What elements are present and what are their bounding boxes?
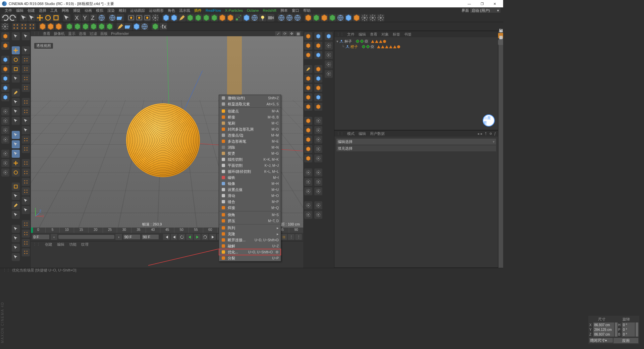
menu-插件[interactable]: 插件 [192, 8, 204, 13]
tool-cube-icon[interactable] [133, 23, 140, 30]
attr-row-edit-selection[interactable]: 编辑选择 ▾ [336, 139, 496, 145]
tool-cubeG-icon[interactable] [329, 14, 336, 21]
tool-cubeG-icon[interactable] [186, 14, 194, 21]
loop-icon[interactable] [202, 234, 208, 240]
step-back-icon[interactable] [171, 234, 177, 240]
tool-redo-icon[interactable] [9, 14, 17, 21]
menu-渲染[interactable]: 渲染 [105, 8, 117, 13]
menu-Redshift[interactable]: Redshift [261, 8, 278, 12]
rp1-btn-17[interactable] [304, 211, 312, 219]
lp2-btn-13[interactable] [12, 168, 20, 177]
tool-spray-icon[interactable] [235, 14, 242, 21]
lp3-btn-12[interactable] [22, 159, 30, 167]
ctx-magnet[interactable]: 磁铁 M~I [219, 174, 281, 181]
tool-globe-icon[interactable] [98, 14, 105, 21]
menu-Octane[interactable]: Octane [245, 8, 261, 12]
lp1-btn-7[interactable] [1, 107, 9, 115]
rp2-btn-11[interactable] [314, 145, 322, 153]
menu-捕捉[interactable]: 捕捉 [71, 8, 83, 13]
menu-RealFlow[interactable]: RealFlow [204, 8, 223, 12]
obj-tab-编辑[interactable]: 编辑 [359, 32, 366, 36]
lp2-btn-21[interactable] [12, 253, 20, 261]
tool-cubeG-icon[interactable] [66, 23, 73, 30]
start-frame-input[interactable]: 0 F [32, 234, 50, 240]
phong-tag-icon[interactable] [393, 45, 396, 48]
lp3-btn-2[interactable] [22, 56, 30, 64]
tool-dots-icon[interactable] [28, 23, 36, 30]
vis-render-dot[interactable] [366, 45, 370, 48]
rp1-btn-11[interactable] [304, 145, 312, 153]
tool-cubeG-icon[interactable] [106, 23, 113, 30]
menu-窗口[interactable]: 窗口 [290, 8, 301, 13]
rp3-btn-3[interactable] [325, 60, 333, 68]
end-frame-input[interactable]: 90 F [142, 234, 159, 240]
lp2-btn-1[interactable] [12, 46, 20, 54]
tool-cubeG-icon[interactable] [98, 23, 105, 30]
ctx-point[interactable]: 创建点 M~A [219, 108, 281, 114]
ctx-connect[interactable]: 连接点/边 M~M [219, 132, 281, 138]
ctx-extrude[interactable]: 挤压 M~T, D [219, 218, 281, 224]
menu-角色[interactable]: 角色 [166, 8, 177, 13]
lp3-btn-1[interactable] [22, 46, 30, 54]
menu-选择[interactable]: 选择 [37, 8, 48, 13]
rp1-btn-9[interactable] [304, 126, 312, 134]
tool-dots-icon[interactable] [20, 23, 28, 30]
attr-nav-up-icon[interactable]: ⭱ [484, 132, 488, 136]
attr-lock-icon[interactable]: ⭘ [489, 132, 493, 136]
tool-gear-icon[interactable] [1, 23, 9, 30]
tool-gear-icon[interactable] [152, 14, 159, 21]
tool-globe-icon[interactable] [294, 14, 301, 21]
enable-check[interactable] [365, 40, 368, 43]
maximize-button[interactable]: ❐ [476, 0, 488, 7]
range-prev-icon[interactable]: ‹ [51, 234, 57, 240]
tool-cubeO-icon[interactable] [47, 23, 54, 30]
rp2-btn-16[interactable] [314, 201, 322, 209]
include-loop-icon[interactable] [178, 234, 185, 240]
lp3-btn-8[interactable] [22, 117, 30, 125]
tool-render-icon[interactable] [144, 14, 151, 21]
ctx-close[interactable]: 封闭多边形孔洞 M~D [219, 126, 281, 132]
ctx-optimize[interactable]: 优化... U~O, U~Shift+O⚙ [219, 249, 281, 255]
attr-func-icon[interactable]: ƒ [494, 132, 496, 136]
lp3-btn-17[interactable] [22, 206, 30, 214]
close-button[interactable]: ✕ [488, 0, 501, 7]
rp3-btn-0[interactable] [325, 32, 333, 40]
lp1-btn-1[interactable] [1, 42, 9, 50]
lp3-btn-0[interactable] [22, 32, 30, 40]
phong-tag-icon[interactable] [385, 45, 388, 48]
obj-tab-书签[interactable]: 书签 [404, 32, 412, 36]
key-opt1-icon[interactable]: ⋮ [288, 234, 294, 240]
menu-创建[interactable]: 创建 [25, 8, 37, 13]
ctx-iron[interactable]: 熨烫 M~G [219, 150, 281, 156]
tool-gear-icon[interactable] [369, 14, 376, 21]
tool-move-icon[interactable] [36, 14, 44, 21]
rp2-btn-17[interactable] [314, 211, 322, 219]
tool-cube-icon[interactable] [243, 14, 250, 21]
phong-tag-icon[interactable] [389, 45, 392, 48]
tool-pen-icon[interactable] [117, 23, 124, 30]
rp2-btn-1[interactable] [314, 42, 322, 50]
rp2-btn-10[interactable] [314, 136, 322, 144]
key-pla-icon[interactable] [280, 234, 287, 240]
tool-rot-icon[interactable] [44, 14, 52, 21]
attr-tab-编辑[interactable]: 编辑 [359, 132, 366, 136]
ctx-frame[interactable]: 框显选取元素 Alt+S, S [219, 101, 281, 107]
lp2-btn-12[interactable] [12, 159, 20, 167]
menu-编辑[interactable]: 编辑 [14, 8, 25, 13]
tree-row-杯子[interactable]: ▾ 杯子 [336, 39, 496, 44]
tool-globe-icon[interactable] [337, 14, 344, 21]
menu-雕刻[interactable]: 雕刻 [117, 8, 128, 13]
timeline-slider[interactable] [58, 235, 114, 239]
minimize-button[interactable]: — [463, 0, 476, 7]
lp2-btn-19[interactable] [12, 234, 20, 242]
lp1-btn-6[interactable] [1, 93, 9, 101]
tool-select-icon[interactable] [63, 14, 70, 21]
tool-dots-icon[interactable] [12, 23, 19, 30]
sel-tag-icon[interactable] [397, 45, 400, 48]
layout-select[interactable]: 启动 (用户)▾ [470, 8, 500, 13]
ctx-clone[interactable]: 克隆 ▸ [219, 231, 281, 237]
lp2-btn-14[interactable] [12, 183, 20, 191]
vis-editor-dot[interactable] [362, 45, 365, 48]
tool-globe-icon[interactable] [109, 14, 116, 21]
lp1-btn-13[interactable] [1, 168, 9, 177]
